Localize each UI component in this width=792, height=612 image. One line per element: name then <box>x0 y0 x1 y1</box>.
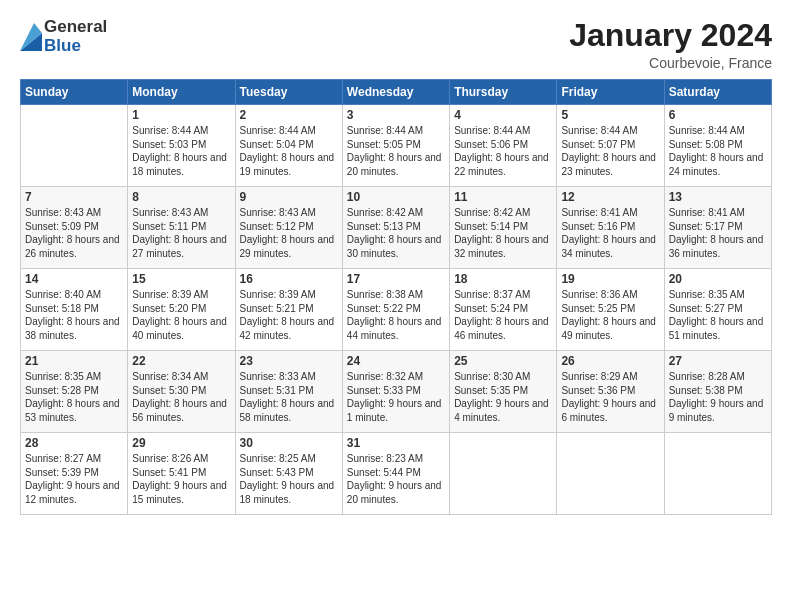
calendar-cell: 18Sunrise: 8:37 AMSunset: 5:24 PMDayligh… <box>450 269 557 351</box>
cell-info: Sunrise: 8:34 AMSunset: 5:30 PMDaylight:… <box>132 370 230 424</box>
calendar-cell: 24Sunrise: 8:32 AMSunset: 5:33 PMDayligh… <box>342 351 449 433</box>
calendar-cell: 30Sunrise: 8:25 AMSunset: 5:43 PMDayligh… <box>235 433 342 515</box>
calendar-cell: 10Sunrise: 8:42 AMSunset: 5:13 PMDayligh… <box>342 187 449 269</box>
day-number: 9 <box>240 190 338 204</box>
calendar-cell: 28Sunrise: 8:27 AMSunset: 5:39 PMDayligh… <box>21 433 128 515</box>
calendar-table: Sunday Monday Tuesday Wednesday Thursday… <box>20 79 772 515</box>
col-monday: Monday <box>128 80 235 105</box>
calendar-cell: 22Sunrise: 8:34 AMSunset: 5:30 PMDayligh… <box>128 351 235 433</box>
calendar-week-1: 1Sunrise: 8:44 AMSunset: 5:03 PMDaylight… <box>21 105 772 187</box>
col-thursday: Thursday <box>450 80 557 105</box>
day-number: 17 <box>347 272 445 286</box>
calendar-cell: 2Sunrise: 8:44 AMSunset: 5:04 PMDaylight… <box>235 105 342 187</box>
day-number: 6 <box>669 108 767 122</box>
cell-info: Sunrise: 8:28 AMSunset: 5:38 PMDaylight:… <box>669 370 767 424</box>
day-number: 25 <box>454 354 552 368</box>
cell-info: Sunrise: 8:43 AMSunset: 5:12 PMDaylight:… <box>240 206 338 260</box>
day-number: 16 <box>240 272 338 286</box>
calendar-cell <box>450 433 557 515</box>
calendar-cell: 21Sunrise: 8:35 AMSunset: 5:28 PMDayligh… <box>21 351 128 433</box>
cell-info: Sunrise: 8:42 AMSunset: 5:13 PMDaylight:… <box>347 206 445 260</box>
day-number: 28 <box>25 436 123 450</box>
day-number: 1 <box>132 108 230 122</box>
day-number: 12 <box>561 190 659 204</box>
header: General Blue January 2024 Courbevoie, Fr… <box>20 18 772 71</box>
day-number: 26 <box>561 354 659 368</box>
calendar-cell: 23Sunrise: 8:33 AMSunset: 5:31 PMDayligh… <box>235 351 342 433</box>
calendar-cell: 3Sunrise: 8:44 AMSunset: 5:05 PMDaylight… <box>342 105 449 187</box>
col-friday: Friday <box>557 80 664 105</box>
calendar-week-3: 14Sunrise: 8:40 AMSunset: 5:18 PMDayligh… <box>21 269 772 351</box>
cell-info: Sunrise: 8:40 AMSunset: 5:18 PMDaylight:… <box>25 288 123 342</box>
calendar-cell: 31Sunrise: 8:23 AMSunset: 5:44 PMDayligh… <box>342 433 449 515</box>
calendar-week-2: 7Sunrise: 8:43 AMSunset: 5:09 PMDaylight… <box>21 187 772 269</box>
page: General Blue January 2024 Courbevoie, Fr… <box>0 0 792 612</box>
cell-info: Sunrise: 8:39 AMSunset: 5:21 PMDaylight:… <box>240 288 338 342</box>
header-row: Sunday Monday Tuesday Wednesday Thursday… <box>21 80 772 105</box>
cell-info: Sunrise: 8:27 AMSunset: 5:39 PMDaylight:… <box>25 452 123 506</box>
calendar-cell: 12Sunrise: 8:41 AMSunset: 5:16 PMDayligh… <box>557 187 664 269</box>
calendar-week-5: 28Sunrise: 8:27 AMSunset: 5:39 PMDayligh… <box>21 433 772 515</box>
calendar-cell: 19Sunrise: 8:36 AMSunset: 5:25 PMDayligh… <box>557 269 664 351</box>
day-number: 5 <box>561 108 659 122</box>
calendar-cell: 26Sunrise: 8:29 AMSunset: 5:36 PMDayligh… <box>557 351 664 433</box>
cell-info: Sunrise: 8:29 AMSunset: 5:36 PMDaylight:… <box>561 370 659 424</box>
calendar-cell: 9Sunrise: 8:43 AMSunset: 5:12 PMDaylight… <box>235 187 342 269</box>
cell-info: Sunrise: 8:41 AMSunset: 5:16 PMDaylight:… <box>561 206 659 260</box>
calendar-cell <box>664 433 771 515</box>
logo-icon <box>20 23 42 51</box>
col-wednesday: Wednesday <box>342 80 449 105</box>
calendar-cell: 20Sunrise: 8:35 AMSunset: 5:27 PMDayligh… <box>664 269 771 351</box>
day-number: 27 <box>669 354 767 368</box>
day-number: 29 <box>132 436 230 450</box>
calendar-cell: 14Sunrise: 8:40 AMSunset: 5:18 PMDayligh… <box>21 269 128 351</box>
day-number: 24 <box>347 354 445 368</box>
logo-blue-label: Blue <box>44 37 107 56</box>
logo: General Blue <box>20 18 107 55</box>
calendar-cell: 16Sunrise: 8:39 AMSunset: 5:21 PMDayligh… <box>235 269 342 351</box>
cell-info: Sunrise: 8:37 AMSunset: 5:24 PMDaylight:… <box>454 288 552 342</box>
calendar-cell: 1Sunrise: 8:44 AMSunset: 5:03 PMDaylight… <box>128 105 235 187</box>
cell-info: Sunrise: 8:30 AMSunset: 5:35 PMDaylight:… <box>454 370 552 424</box>
day-number: 20 <box>669 272 767 286</box>
cell-info: Sunrise: 8:44 AMSunset: 5:03 PMDaylight:… <box>132 124 230 178</box>
title-block: January 2024 Courbevoie, France <box>569 18 772 71</box>
cell-info: Sunrise: 8:25 AMSunset: 5:43 PMDaylight:… <box>240 452 338 506</box>
day-number: 21 <box>25 354 123 368</box>
day-number: 14 <box>25 272 123 286</box>
calendar-cell: 29Sunrise: 8:26 AMSunset: 5:41 PMDayligh… <box>128 433 235 515</box>
calendar-cell: 6Sunrise: 8:44 AMSunset: 5:08 PMDaylight… <box>664 105 771 187</box>
day-number: 2 <box>240 108 338 122</box>
cell-info: Sunrise: 8:42 AMSunset: 5:14 PMDaylight:… <box>454 206 552 260</box>
day-number: 11 <box>454 190 552 204</box>
calendar-cell: 13Sunrise: 8:41 AMSunset: 5:17 PMDayligh… <box>664 187 771 269</box>
col-saturday: Saturday <box>664 80 771 105</box>
cell-info: Sunrise: 8:44 AMSunset: 5:07 PMDaylight:… <box>561 124 659 178</box>
day-number: 19 <box>561 272 659 286</box>
day-number: 4 <box>454 108 552 122</box>
calendar-cell: 15Sunrise: 8:39 AMSunset: 5:20 PMDayligh… <box>128 269 235 351</box>
col-sunday: Sunday <box>21 80 128 105</box>
calendar-cell <box>21 105 128 187</box>
cell-info: Sunrise: 8:32 AMSunset: 5:33 PMDaylight:… <box>347 370 445 424</box>
day-number: 18 <box>454 272 552 286</box>
calendar-cell: 7Sunrise: 8:43 AMSunset: 5:09 PMDaylight… <box>21 187 128 269</box>
day-number: 23 <box>240 354 338 368</box>
logo-text: General Blue <box>44 18 107 55</box>
month-title: January 2024 <box>569 18 772 53</box>
day-number: 15 <box>132 272 230 286</box>
day-number: 13 <box>669 190 767 204</box>
day-number: 30 <box>240 436 338 450</box>
cell-info: Sunrise: 8:26 AMSunset: 5:41 PMDaylight:… <box>132 452 230 506</box>
cell-info: Sunrise: 8:23 AMSunset: 5:44 PMDaylight:… <box>347 452 445 506</box>
day-number: 3 <box>347 108 445 122</box>
cell-info: Sunrise: 8:36 AMSunset: 5:25 PMDaylight:… <box>561 288 659 342</box>
cell-info: Sunrise: 8:39 AMSunset: 5:20 PMDaylight:… <box>132 288 230 342</box>
cell-info: Sunrise: 8:44 AMSunset: 5:06 PMDaylight:… <box>454 124 552 178</box>
calendar-cell: 11Sunrise: 8:42 AMSunset: 5:14 PMDayligh… <box>450 187 557 269</box>
cell-info: Sunrise: 8:43 AMSunset: 5:09 PMDaylight:… <box>25 206 123 260</box>
cell-info: Sunrise: 8:44 AMSunset: 5:08 PMDaylight:… <box>669 124 767 178</box>
calendar-cell: 8Sunrise: 8:43 AMSunset: 5:11 PMDaylight… <box>128 187 235 269</box>
cell-info: Sunrise: 8:41 AMSunset: 5:17 PMDaylight:… <box>669 206 767 260</box>
calendar-week-4: 21Sunrise: 8:35 AMSunset: 5:28 PMDayligh… <box>21 351 772 433</box>
